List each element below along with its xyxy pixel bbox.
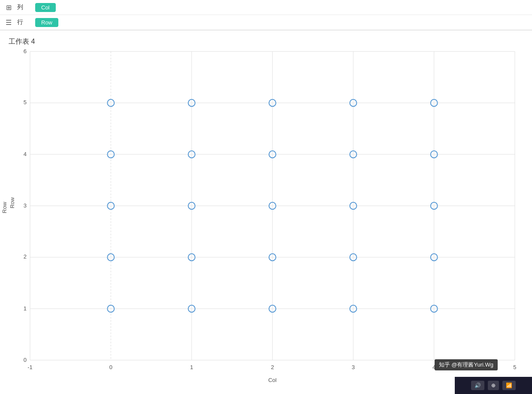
svg-text:1: 1 — [24, 305, 27, 312]
content-area: 工作表 4 Row — [0, 30, 532, 386]
svg-text:5: 5 — [24, 99, 27, 105]
chart-svg: 6 5 4 3 2 1 0 -1 0 1 2 3 4 5 Row Col — [30, 51, 515, 360]
svg-text:-1: -1 — [27, 364, 33, 370]
filter-bar: ⊞ 列 Col ☰ 行 Row — [0, 0, 532, 30]
col-filter-label: 列 — [17, 3, 30, 11]
watermark: 知乎 @有理酱Yuri.Wg — [435, 359, 498, 370]
svg-text:0: 0 — [109, 364, 112, 370]
chart-container: Row — [9, 51, 523, 386]
svg-text:1: 1 — [190, 364, 193, 370]
svg-text:2: 2 — [271, 364, 274, 370]
row-filter-row: ☰ 行 Row — [0, 15, 532, 30]
col-filter-tag[interactable]: Col — [35, 3, 56, 12]
row-filter-label: 行 — [17, 18, 30, 26]
svg-text:Col: Col — [268, 377, 277, 383]
network-button[interactable]: 📶 — [502, 381, 516, 390]
col-filter-icon: ⊞ — [3, 3, 14, 12]
row-filter-tag[interactable]: Row — [35, 18, 58, 27]
volume-button[interactable]: 🔊 — [471, 381, 484, 390]
svg-text:6: 6 — [24, 48, 27, 54]
chart-title: 工作表 4 — [9, 37, 523, 46]
svg-text:2: 2 — [24, 253, 27, 260]
row-filter-icon: ☰ — [3, 18, 14, 27]
col-filter-row: ⊞ 列 Col — [0, 0, 532, 15]
taskbar-overlay: 🔊 ⊕ 📶 — [455, 377, 532, 394]
svg-text:0: 0 — [24, 357, 27, 363]
svg-text:3: 3 — [24, 202, 27, 209]
svg-text:Row: Row — [1, 202, 8, 213]
bluetooth-button[interactable]: ⊕ — [488, 381, 499, 390]
svg-text:5: 5 — [513, 364, 516, 370]
y-axis-label: Row — [9, 197, 15, 208]
svg-text:3: 3 — [352, 364, 355, 370]
chart-inner: 6 5 4 3 2 1 0 -1 0 1 2 3 4 5 Row Col — [30, 51, 515, 360]
svg-text:4: 4 — [24, 151, 27, 157]
